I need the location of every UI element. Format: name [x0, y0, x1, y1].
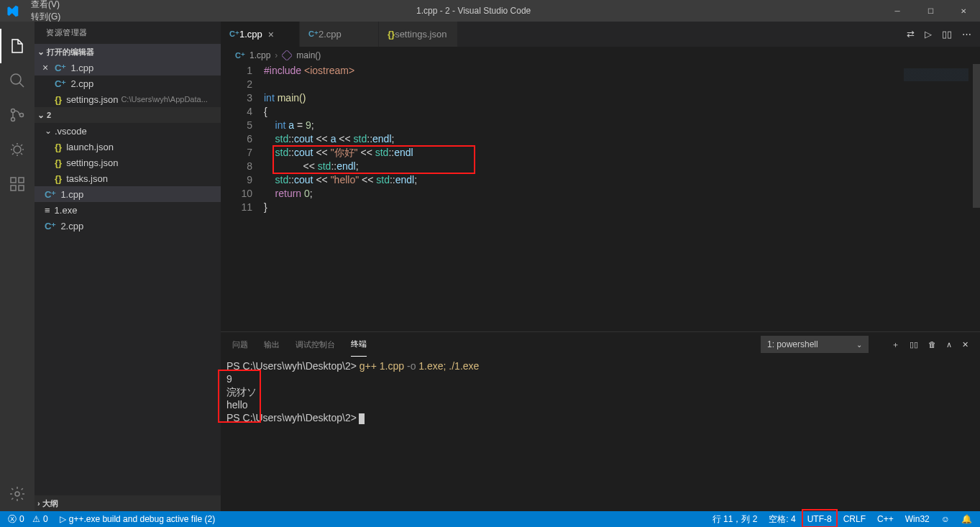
line-number: 9 — [221, 173, 252, 187]
svg-point-0 — [11, 74, 21, 84]
platform-target[interactable]: Win32 — [903, 511, 932, 527]
editor-tab[interactable]: C⁺2.cpp — [300, 22, 379, 47]
outline-header[interactable]: › 大纲 — [35, 495, 221, 511]
close-tab-icon[interactable]: × — [268, 29, 274, 40]
breadcrumb-item[interactable]: 1.cpp — [249, 50, 270, 60]
terminal-line: 9 — [226, 372, 974, 385]
code-line[interactable]: } — [264, 201, 894, 214]
menu-3[interactable]: 查看(V) — [25, 0, 66, 11]
tab-label: 2.cpp — [319, 29, 342, 40]
terminal-cursor — [359, 413, 365, 424]
cpp-file-icon: C⁺ — [55, 78, 66, 89]
explorer-sidebar: 资源管理器 ⌄打开的编辑器 ×C⁺1.cppC⁺2.cpp{}settings.… — [35, 22, 221, 511]
file-name-label: settings.json — [66, 157, 118, 168]
file-name-label: 1.cpp — [60, 189, 83, 200]
run-icon[interactable]: ▷ — [925, 29, 932, 40]
encoding-status[interactable]: UTF-8 — [805, 511, 834, 527]
code-line[interactable]: #include <iostream> — [264, 64, 894, 78]
panel-tab[interactable]: 输出 — [264, 332, 280, 357]
line-number: 3 — [221, 91, 252, 105]
code-line[interactable]: { — [264, 105, 894, 119]
close-panel-icon[interactable]: ✕ — [962, 340, 968, 349]
new-terminal-icon[interactable]: ＋ — [892, 339, 899, 350]
explorer-icon[interactable] — [0, 29, 35, 63]
source-control-icon[interactable] — [0, 98, 35, 132]
file-name-label: .vscode — [55, 126, 87, 137]
file-item[interactable]: {}settings.json — [35, 155, 221, 170]
minimap[interactable] — [894, 64, 973, 331]
build-task-status[interactable]: ▷g++.exe build and debug active file (2) — [58, 511, 217, 527]
scrollbar[interactable] — [973, 64, 980, 331]
errors-status[interactable]: ⓧ0 ⚠0 — [6, 511, 50, 527]
cursor-position[interactable]: 行 11，列 2 — [710, 511, 760, 527]
terminal-select[interactable]: 1: powershell⌄ — [761, 336, 869, 353]
editor-area: C⁺1.cpp×C⁺2.cpp{}settings.json ⇄ ▷ ▯▯ ⋯ … — [221, 22, 980, 511]
language-mode[interactable]: C++ — [875, 511, 896, 527]
panel-tab[interactable]: 问题 — [232, 332, 248, 357]
code-line[interactable] — [264, 78, 894, 91]
indentation-status[interactable]: 空格: 4 — [766, 511, 797, 527]
code-line[interactable]: std::cout << "hello" << std::endl; — [264, 173, 894, 187]
minimize-button[interactable]: ─ — [881, 0, 914, 22]
maximize-button[interactable]: ☐ — [914, 0, 947, 22]
folder-header[interactable]: ⌄2 — [35, 107, 221, 123]
open-editor-item[interactable]: C⁺2.cpp — [35, 75, 221, 91]
file-item[interactable]: C⁺1.cpp — [35, 186, 221, 202]
search-icon[interactable] — [0, 63, 35, 98]
svg-point-4 — [14, 146, 21, 153]
panel-tabs: 问题输出调试控制台终端 1: powershell⌄ ＋ ▯▯ 🗑 ∧ ✕ — [221, 332, 980, 357]
debug-icon[interactable] — [0, 132, 35, 167]
code-line[interactable]: std::cout << a << std::endl; — [264, 132, 894, 146]
code-line[interactable]: int main() — [264, 91, 894, 105]
extensions-icon[interactable] — [0, 167, 35, 201]
kill-terminal-icon[interactable]: 🗑 — [928, 340, 936, 349]
split-editor-icon[interactable]: ▯▯ — [942, 29, 952, 40]
code-line[interactable]: return 0; — [264, 187, 894, 201]
line-number: 6 — [221, 132, 252, 146]
close-icon[interactable]: × — [40, 62, 50, 73]
line-number: 7 — [221, 146, 252, 160]
svg-rect-8 — [19, 178, 24, 183]
file-item[interactable]: ≡1.exe — [35, 202, 221, 218]
folder-item[interactable]: ⌄.vscode — [35, 123, 221, 139]
terminal-line: PS C:\Users\wyh\Desktop\2> g++ 1.cpp -o … — [226, 359, 974, 372]
settings-gear-icon[interactable] — [0, 477, 35, 511]
notifications-icon[interactable]: 🔔 — [959, 511, 974, 527]
cpp-file-icon: C⁺ — [308, 29, 319, 39]
panel-tab[interactable]: 终端 — [351, 332, 367, 357]
warning-icon: ⚠ — [32, 514, 40, 524]
editor-tab[interactable]: {}settings.json — [379, 22, 458, 47]
line-number: 1 — [221, 64, 252, 78]
feedback-icon[interactable]: ☺ — [939, 511, 952, 527]
file-name-label: 1.cpp — [70, 63, 93, 73]
eol-status[interactable]: CRLF — [841, 511, 868, 527]
file-item[interactable]: C⁺2.cpp — [35, 218, 221, 234]
json-file-icon: {} — [55, 94, 62, 105]
open-editors-header[interactable]: ⌄打开的编辑器 — [35, 44, 221, 60]
code-line[interactable]: int a = 9; — [264, 119, 894, 132]
cpp-file-icon: C⁺ — [45, 221, 56, 232]
split-terminal-icon[interactable]: ▯▯ — [910, 340, 918, 349]
maximize-panel-icon[interactable]: ∧ — [946, 340, 952, 349]
terminal-body[interactable]: PS C:\Users\wyh\Desktop\2> g++ 1.cpp -o … — [221, 357, 980, 511]
cpp-file-icon: C⁺ — [235, 51, 245, 60]
file-item[interactable]: {}tasks.json — [35, 170, 221, 186]
code-line[interactable]: std::cout << "你好" << std::endl — [264, 146, 894, 160]
more-actions-icon[interactable]: ⋯ — [962, 29, 971, 40]
svg-point-3 — [20, 114, 24, 117]
breadcrumb[interactable]: C⁺1.cpp›main() — [221, 47, 980, 64]
open-editor-item[interactable]: {}settings.jsonC:\Users\wyh\AppData... — [35, 91, 221, 107]
panel-tab[interactable]: 调试控制台 — [296, 332, 335, 357]
code-line[interactable]: << std::endl; — [264, 160, 894, 173]
cpp-file-icon: C⁺ — [45, 189, 56, 200]
breadcrumb-item[interactable]: main() — [296, 50, 321, 60]
close-window-button[interactable]: ✕ — [947, 0, 980, 22]
cpp-file-icon: C⁺ — [55, 63, 66, 73]
code-editor[interactable]: 1234567891011 #include <iostream>int mai… — [221, 64, 980, 331]
file-item[interactable]: {}launch.json — [35, 139, 221, 155]
compare-changes-icon[interactable]: ⇄ — [907, 29, 915, 40]
error-icon: ⓧ — [8, 513, 17, 526]
open-editor-item[interactable]: ×C⁺1.cpp — [35, 60, 221, 75]
editor-tab[interactable]: C⁺1.cpp× — [221, 22, 300, 47]
sidebar-title: 资源管理器 — [35, 22, 221, 44]
